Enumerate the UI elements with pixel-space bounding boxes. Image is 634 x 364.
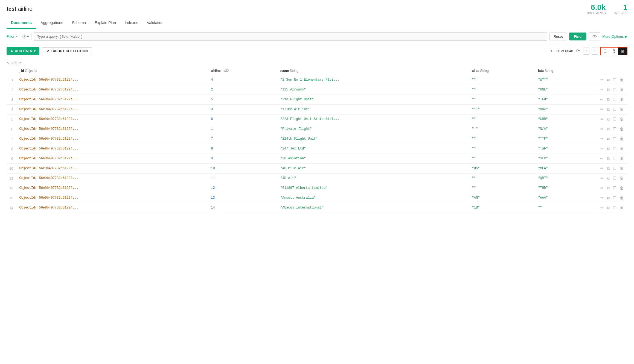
copy-row-button[interactable]: ⧉ <box>606 195 611 201</box>
clone-row-button[interactable]: ❐ <box>612 205 618 211</box>
tab-documents[interactable]: Documents <box>7 17 36 29</box>
copy-row-button[interactable]: ⧉ <box>606 107 611 112</box>
clone-row-button[interactable]: ❐ <box>612 166 618 171</box>
row-name: "2 Sqn No 1 Elementary Flyi... <box>278 75 469 85</box>
copy-row-button[interactable]: ⧉ <box>606 166 611 171</box>
copy-row-button[interactable]: ⧉ <box>606 175 611 181</box>
row-airline: 2 <box>208 85 278 95</box>
edit-row-button[interactable]: ✏ <box>599 97 605 102</box>
copy-row-button[interactable]: ⧉ <box>606 87 611 93</box>
delete-row-button[interactable]: 🗑 <box>619 116 625 122</box>
list-view-button[interactable]: ☰ <box>601 48 610 55</box>
row-number: 2 <box>7 85 16 95</box>
edit-row-button[interactable]: ✏ <box>599 166 605 171</box>
row-id: ObjectId('56e9b497732b6122f... <box>16 193 208 203</box>
row-id: ObjectId('56e9b497732b6122f... <box>16 144 208 154</box>
copy-row-button[interactable]: ⧉ <box>606 185 611 191</box>
table-header: _id ObjectId airline Int32 name String a… <box>7 67 627 75</box>
more-options-link[interactable]: More Options ▶ <box>602 34 627 39</box>
page-info: 1 – 20 of 6048 <box>550 49 573 53</box>
clone-row-button[interactable]: ❐ <box>612 195 618 201</box>
delete-row-button[interactable]: 🗑 <box>619 166 625 171</box>
query-code-button[interactable]: </> <box>589 32 600 40</box>
row-actions: ✏ ⧉ ❐ 🗑 <box>597 144 627 154</box>
clone-row-button[interactable]: ❐ <box>612 185 618 191</box>
edit-row-button[interactable]: ✏ <box>599 116 605 122</box>
delete-row-button[interactable]: 🗑 <box>619 205 625 211</box>
dropdown-arrow-icon: ▾ <box>27 34 29 39</box>
prev-page-button[interactable]: ‹ <box>583 48 589 55</box>
copy-row-button[interactable]: ⧉ <box>606 136 611 142</box>
filter-label: Filter <box>7 34 14 39</box>
clone-row-button[interactable]: ❐ <box>612 136 618 142</box>
edit-row-button[interactable]: ✏ <box>599 205 605 211</box>
clone-row-button[interactable]: ❐ <box>612 116 618 122</box>
row-alias: "" <box>469 173 536 183</box>
edit-row-button[interactable]: ✏ <box>599 185 605 191</box>
delete-row-button[interactable]: 🗑 <box>619 156 625 162</box>
delete-row-button[interactable]: 🗑 <box>619 126 625 132</box>
documents-value: 6.0k <box>591 3 606 12</box>
tab-aggregations[interactable]: Aggregations <box>36 17 68 29</box>
row-alias: "" <box>469 114 536 124</box>
table-row: 3 ObjectId('56e9b497732b6122f... 5 "213 … <box>7 95 627 104</box>
actions-header <box>597 67 627 75</box>
copy-row-button[interactable]: ⧉ <box>606 146 611 152</box>
edit-row-button[interactable]: ✏ <box>599 136 605 142</box>
find-button[interactable]: Find <box>569 33 586 40</box>
history-button[interactable]: 🕐 ▾ <box>20 33 31 40</box>
query-input[interactable] <box>34 32 547 41</box>
delete-row-button[interactable]: 🗑 <box>619 146 625 152</box>
row-actions: ✏ ⧉ ❐ 🗑 <box>597 134 627 144</box>
tab-validation[interactable]: Validation <box>142 17 168 29</box>
clone-row-button[interactable]: ❐ <box>612 107 618 112</box>
table-icon: ⊞ <box>621 49 624 53</box>
table-row: 10 ObjectId('56e9b497732b6122f... 10 "40… <box>7 163 627 173</box>
edit-row-button[interactable]: ✏ <box>599 156 605 162</box>
edit-row-button[interactable]: ✏ <box>599 146 605 152</box>
row-id: ObjectId('56e9b497732b6122f... <box>16 85 208 95</box>
reset-button[interactable]: Reset <box>549 33 567 40</box>
tab-schema[interactable]: Schema <box>68 17 90 29</box>
refresh-icon: ⟳ <box>576 49 580 53</box>
edit-row-button[interactable]: ✏ <box>599 77 605 83</box>
tab-indexes[interactable]: Indexes <box>120 17 142 29</box>
copy-row-button[interactable]: ⧉ <box>606 116 611 122</box>
row-number: 8 <box>7 144 16 154</box>
clone-row-button[interactable]: ❐ <box>612 126 618 132</box>
json-view-button[interactable]: {} <box>610 48 618 55</box>
copy-row-button[interactable]: ⧉ <box>606 97 611 102</box>
delete-row-button[interactable]: 🗑 <box>619 195 625 201</box>
next-page-button[interactable]: › <box>592 48 598 55</box>
tab-explain-plan[interactable]: Explain Plan <box>90 17 120 29</box>
copy-row-button[interactable]: ⧉ <box>606 156 611 162</box>
delete-row-button[interactable]: 🗑 <box>619 107 625 112</box>
edit-row-button[interactable]: ✏ <box>599 195 605 201</box>
delete-row-button[interactable]: 🗑 <box>619 87 625 93</box>
clone-row-button[interactable]: ❐ <box>612 156 618 162</box>
chevron-right-icon: › <box>594 49 595 53</box>
delete-row-button[interactable]: 🗑 <box>619 77 625 83</box>
copy-row-button[interactable]: ⧉ <box>606 126 611 132</box>
delete-row-button[interactable]: 🗑 <box>619 136 625 142</box>
delete-row-button[interactable]: 🗑 <box>619 175 625 181</box>
clone-row-button[interactable]: ❐ <box>612 87 618 93</box>
edit-row-button[interactable]: ✏ <box>599 87 605 93</box>
edit-row-button[interactable]: ✏ <box>599 126 605 132</box>
copy-row-button[interactable]: ⧉ <box>606 205 611 211</box>
filter-link[interactable]: Filter ↗ <box>7 34 18 39</box>
refresh-button[interactable]: ⟳ <box>575 47 581 55</box>
delete-row-button[interactable]: 🗑 <box>619 97 625 102</box>
table-view-button[interactable]: ⊞ <box>618 48 627 55</box>
clone-row-button[interactable]: ❐ <box>612 97 618 102</box>
row-name: "Ansett Australia" <box>278 193 469 203</box>
export-button[interactable]: ↗ EXPORT COLLECTION <box>42 47 92 55</box>
delete-row-button[interactable]: 🗑 <box>619 185 625 191</box>
clone-row-button[interactable]: ❐ <box>612 146 618 152</box>
edit-row-button[interactable]: ✏ <box>599 175 605 181</box>
copy-row-button[interactable]: ⧉ <box>606 77 611 83</box>
clone-row-button[interactable]: ❐ <box>612 77 618 83</box>
add-data-button[interactable]: ⬇ ADD DATA ▾ <box>7 47 39 55</box>
clone-row-button[interactable]: ❐ <box>612 175 618 181</box>
edit-row-button[interactable]: ✏ <box>599 107 605 112</box>
